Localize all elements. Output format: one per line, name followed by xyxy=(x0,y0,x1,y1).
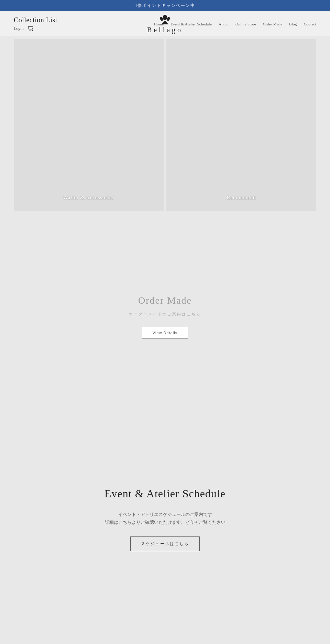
event-title: Event & Atelier Schedule xyxy=(104,487,226,500)
cart-icon[interactable] xyxy=(27,25,35,32)
collection-card-wallet[interactable]: Wallet & Accessories xyxy=(14,39,164,211)
order-made-title: Order Made xyxy=(138,295,192,306)
logo-bird-icon xyxy=(156,14,174,26)
nav-contact[interactable]: Contact xyxy=(304,22,316,26)
nav-order-made[interactable]: Order Made xyxy=(263,22,282,26)
logo-container[interactable]: Bellago xyxy=(147,14,183,34)
about-section: About us About Bellago View More xyxy=(0,626,330,644)
header-login-cart: Login xyxy=(14,25,35,32)
svg-point-0 xyxy=(30,30,31,31)
announcement-text: 4倍ポイントキャンペーン中 xyxy=(135,3,195,8)
order-made-description: オーダーメイドのご案内はこちら xyxy=(129,312,201,317)
collection-card-recommend[interactable]: Recommend xyxy=(166,39,316,211)
logo-icon xyxy=(156,14,174,26)
event-section: Event & Atelier Schedule イベント・アトリエスケジュール… xyxy=(0,420,330,626)
collection-card-wallet-label: Wallet & Accessories xyxy=(63,195,114,201)
header-left: Collection List Login xyxy=(14,16,57,32)
collection-grid: Wallet & Accessories Recommend xyxy=(14,39,316,211)
order-made-section: Order Made オーダーメイドのご案内はこちら View Details xyxy=(0,214,330,420)
event-desc-line1: イベント・アトリエスケジュールのご案内です xyxy=(105,510,226,518)
svg-point-7 xyxy=(164,15,166,17)
svg-marker-3 xyxy=(162,20,168,24)
announcement-bar: 4倍ポイントキャンペーン中 xyxy=(0,0,330,11)
event-description: イベント・アトリエスケジュールのご案内です 詳細はこちらよりご確認いただけます。… xyxy=(105,510,226,527)
header: Collection List Login xyxy=(0,11,330,36)
event-desc-line2: 詳細はこちらよりご確認いただけます。どうぞご覧ください xyxy=(105,518,226,526)
event-schedule-button[interactable]: スケジュールはこちら xyxy=(130,536,200,551)
logo-text: Bellago xyxy=(147,26,183,34)
nav-about[interactable]: About xyxy=(219,22,229,26)
collection-card-recommend-label: Recommend xyxy=(227,195,256,201)
svg-point-1 xyxy=(32,30,33,31)
nav-online-store[interactable]: Online Store xyxy=(235,22,256,26)
login-link[interactable]: Login xyxy=(14,26,24,31)
nav-blog[interactable]: Blog xyxy=(289,22,297,26)
collection-list-title: Collection List xyxy=(14,16,57,24)
view-details-button[interactable]: View Details xyxy=(142,327,188,339)
